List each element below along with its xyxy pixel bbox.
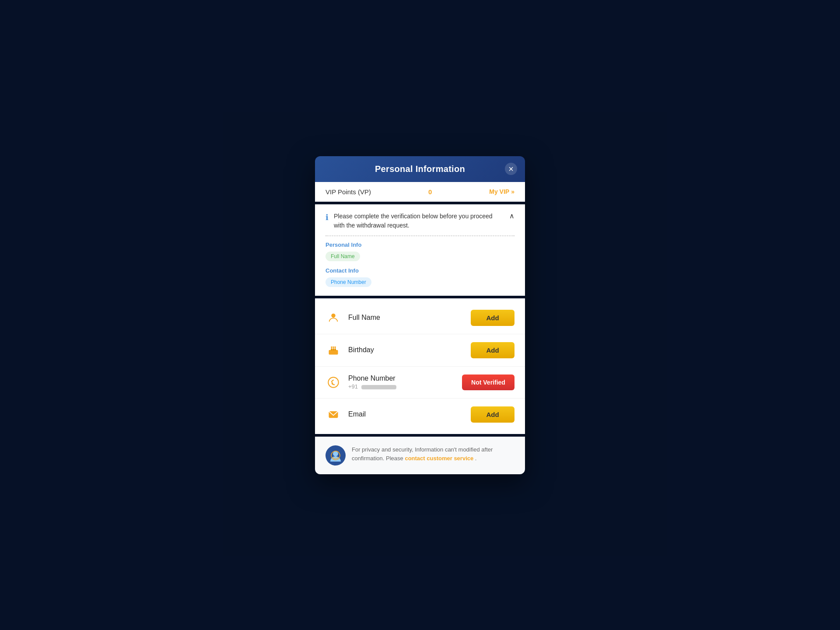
verification-card: ℹ Please complete the verification below… (315, 204, 525, 296)
close-button[interactable]: × (505, 163, 517, 175)
add-full-name-button[interactable]: Add (471, 310, 514, 326)
contact-info-section: Contact Info Phone Number (326, 267, 514, 287)
svg-rect-2 (331, 349, 332, 351)
phone-details: Phone Number +91 (348, 374, 455, 390)
full-name-badge: Full Name (326, 252, 360, 261)
birthday-row: Birthday Add (315, 334, 525, 367)
divider (326, 235, 514, 236)
birthday-details: Birthday (348, 346, 464, 354)
contact-info-badges: Phone Number (326, 277, 514, 287)
full-name-label: Full Name (348, 314, 464, 322)
svg-rect-1 (329, 350, 338, 355)
contact-info-label: Contact Info (326, 267, 514, 274)
vip-points: 0 (428, 188, 432, 196)
email-icon (326, 406, 341, 422)
phone-number-row: Phone Number +91 Not Verified (315, 367, 525, 399)
svg-point-13 (333, 451, 338, 456)
modal-overlay: Personal Information × VIP Points (VP) 0… (0, 0, 840, 630)
svg-rect-4 (334, 349, 336, 351)
email-row: Email Add (315, 399, 525, 430)
footer-card: For privacy and security, Information ca… (315, 437, 525, 474)
phone-sub: +91 (348, 383, 455, 390)
svg-point-11 (328, 377, 338, 387)
personal-info-badges: Full Name (326, 252, 514, 261)
svg-point-0 (331, 314, 335, 318)
add-birthday-button[interactable]: Add (471, 342, 514, 358)
full-name-details: Full Name (348, 314, 464, 322)
personal-info-section: Personal Info Full Name (326, 242, 514, 261)
birthday-label: Birthday (348, 346, 464, 354)
svg-point-10 (334, 346, 336, 348)
my-vip-link[interactable]: My VIP » (489, 188, 514, 195)
phone-label: Phone Number (348, 374, 455, 382)
email-details: Email (348, 410, 464, 418)
vip-label: VIP Points (VP) (326, 188, 371, 196)
modal-header: Personal Information × (315, 156, 525, 182)
svg-rect-3 (332, 349, 334, 351)
add-email-button[interactable]: Add (471, 406, 514, 423)
phone-number-badge: Phone Number (326, 277, 371, 287)
person-icon (326, 310, 341, 326)
verification-header: ℹ Please complete the verification below… (326, 212, 514, 230)
chevron-up-icon[interactable]: ∧ (509, 212, 514, 220)
verification-text: Please complete the verification below b… (334, 212, 504, 230)
contact-customer-service-link[interactable]: contact customer service (405, 455, 473, 462)
vip-card: VIP Points (VP) 0 My VIP » (315, 182, 525, 202)
personal-info-modal: Personal Information × VIP Points (VP) 0… (315, 156, 525, 474)
personal-info-label: Personal Info (326, 242, 514, 248)
footer-text: For privacy and security, Information ca… (352, 445, 514, 464)
modal-title: Personal Information (375, 164, 465, 174)
cake-icon (326, 342, 341, 358)
full-name-row: Full Name Add (315, 302, 525, 334)
phone-icon (326, 374, 341, 390)
svg-point-8 (332, 346, 334, 348)
not-verified-button[interactable]: Not Verified (462, 374, 514, 390)
info-icon: ℹ (326, 213, 329, 222)
info-fields-card: Full Name Add (315, 298, 525, 434)
email-label: Email (348, 410, 464, 418)
masked-phone (361, 385, 396, 389)
support-avatar (326, 445, 346, 466)
svg-point-6 (331, 346, 332, 348)
